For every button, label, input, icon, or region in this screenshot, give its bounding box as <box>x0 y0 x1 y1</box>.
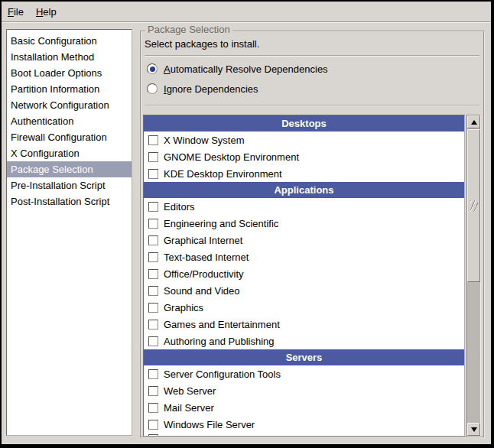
package-row[interactable]: Server Configuration Tools <box>144 365 464 382</box>
package-tree: Desktops X Window System GNOME Desktop E… <box>143 115 465 437</box>
checkbox-unchecked-icon[interactable] <box>148 403 158 413</box>
package-label: Office/Productivity <box>164 268 244 280</box>
sidebar-item-post-installation-script[interactable]: Post-Installation Script <box>7 193 132 209</box>
radio-ignore-dependencies[interactable]: Ignore Dependencies <box>147 80 258 97</box>
package-row[interactable]: Graphical Internet <box>144 232 464 248</box>
sidebar-item-installation-method[interactable]: Installation Method <box>7 49 132 65</box>
package-row-partial[interactable] <box>144 433 464 437</box>
category-header-desktops[interactable]: Desktops <box>144 115 464 131</box>
section-list: Basic Configuration Installation Method … <box>6 29 132 436</box>
sidebar-item-basic-configuration[interactable]: Basic Configuration <box>7 33 132 49</box>
frame-subtitle: Select packages to install. <box>145 37 259 50</box>
package-row[interactable]: Office/Productivity <box>144 265 464 282</box>
radio-label: Automatically Resolve Dependencies <box>164 63 328 75</box>
scroll-up-button[interactable] <box>467 115 480 128</box>
package-label: Server Configuration Tools <box>164 368 281 380</box>
radio-unselected-icon <box>147 83 158 94</box>
checkbox-unchecked-icon[interactable] <box>148 434 158 437</box>
scroll-down-button[interactable] <box>467 423 480 436</box>
checkbox-unchecked-icon[interactable] <box>148 286 158 296</box>
checkbox-unchecked-icon[interactable] <box>148 369 158 379</box>
radio-auto-resolve-dependencies[interactable]: Automatically Resolve Dependencies <box>147 60 328 77</box>
checkbox-unchecked-icon[interactable] <box>148 386 158 396</box>
package-label: Web Server <box>164 385 216 397</box>
sidebar-item-pre-installation-script[interactable]: Pre-Installation Script <box>7 177 132 193</box>
package-label: Sound and Video <box>164 285 240 297</box>
checkbox-unchecked-icon[interactable] <box>148 202 158 212</box>
checkbox-unchecked-icon[interactable] <box>148 219 158 229</box>
package-row[interactable]: Windows File Server <box>144 416 464 433</box>
menu-file[interactable]: File <box>2 2 30 21</box>
checkbox-unchecked-icon[interactable] <box>148 420 158 430</box>
category-header-applications[interactable]: Applications <box>144 182 464 198</box>
package-label: Graphics <box>164 302 203 313</box>
package-row[interactable]: Games and Entertainment <box>144 316 464 333</box>
checkbox-unchecked-icon[interactable] <box>148 303 158 313</box>
package-row[interactable]: Authoring and Publishing <box>144 333 464 349</box>
scrollbar-thumb[interactable] <box>467 129 480 282</box>
checkbox-unchecked-icon[interactable] <box>148 252 158 262</box>
checkbox-unchecked-icon[interactable] <box>148 152 158 162</box>
checkbox-unchecked-icon[interactable] <box>148 235 158 245</box>
package-row[interactable]: Mail Server <box>144 399 464 416</box>
package-label: X Window System <box>164 135 244 146</box>
package-row[interactable]: X Window System <box>144 131 464 148</box>
package-row[interactable]: Web Server <box>144 382 464 399</box>
package-label: GNOME Desktop Environment <box>164 151 299 163</box>
sidebar-item-partition-information[interactable]: Partition Information <box>7 81 132 97</box>
package-label: Mail Server <box>164 402 214 414</box>
package-row[interactable]: Graphics <box>144 299 464 316</box>
package-label: Authoring and Publishing <box>164 336 275 347</box>
sidebar-item-x-configuration[interactable]: X Configuration <box>7 145 132 161</box>
package-label: KDE Desktop Environment <box>164 168 282 180</box>
frame-title: Package Selection <box>145 24 232 36</box>
menubar: File Help <box>2 2 491 22</box>
package-label: Graphical Internet <box>164 235 242 246</box>
sidebar-item-firewall-configuration[interactable]: Firewall Configuration <box>7 129 132 145</box>
sidebar-item-authentication[interactable]: Authentication <box>7 113 132 129</box>
arrow-down-icon <box>471 427 477 432</box>
checkbox-unchecked-icon[interactable] <box>148 135 158 145</box>
radio-selected-icon <box>147 63 158 74</box>
package-row[interactable]: GNOME Desktop Environment <box>144 148 464 165</box>
separator <box>145 105 479 106</box>
category-header-servers[interactable]: Servers <box>144 349 464 365</box>
package-label: Windows File Server <box>164 419 255 430</box>
package-label: Editors <box>164 201 194 213</box>
menu-help[interactable]: Help <box>30 2 63 21</box>
arrow-up-icon <box>471 120 477 125</box>
checkbox-unchecked-icon[interactable] <box>148 169 158 179</box>
sidebar-item-package-selection[interactable]: Package Selection <box>7 161 132 177</box>
thumb-grip-icon <box>470 200 478 212</box>
checkbox-unchecked-icon[interactable] <box>148 320 158 330</box>
package-label: Text-based Internet <box>164 252 249 263</box>
checkbox-unchecked-icon[interactable] <box>148 336 158 346</box>
separator <box>145 55 479 57</box>
package-row[interactable]: Text-based Internet <box>144 248 464 265</box>
package-row[interactable]: Sound and Video <box>144 282 464 299</box>
checkbox-unchecked-icon[interactable] <box>148 269 158 279</box>
package-row[interactable]: Editors <box>144 198 464 215</box>
radio-label: Ignore Dependencies <box>164 83 258 95</box>
sidebar-item-boot-loader-options[interactable]: Boot Loader Options <box>7 65 132 81</box>
sidebar-item-network-configuration[interactable]: Network Configuration <box>7 97 132 113</box>
kickstart-configurator-window: File Help Basic Configuration Installati… <box>0 0 494 448</box>
vertical-scrollbar[interactable] <box>466 115 481 437</box>
package-row[interactable]: KDE Desktop Environment <box>144 165 464 182</box>
package-label: Engineering and Scientific <box>164 218 278 229</box>
package-label: Games and Entertainment <box>164 319 280 330</box>
package-row[interactable]: Engineering and Scientific <box>144 215 464 232</box>
